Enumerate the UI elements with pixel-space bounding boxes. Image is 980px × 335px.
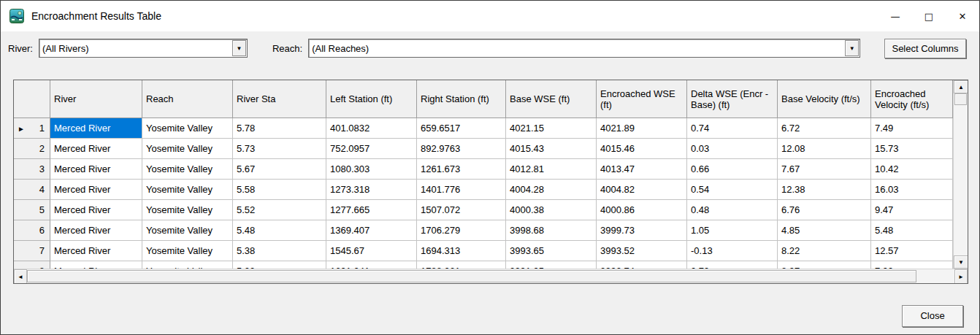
table-cell[interactable]: 8.22 (778, 241, 871, 261)
table-cell[interactable]: 0.48 (687, 200, 778, 220)
table-cell[interactable]: 6.76 (778, 200, 871, 220)
row-header[interactable]: 2 (14, 139, 50, 159)
table-cell[interactable]: 1601.041 (326, 261, 417, 269)
select-columns-button[interactable]: Select Columns (884, 39, 966, 58)
table-cell[interactable]: 3991.95 (506, 261, 597, 269)
table-cell[interactable]: 9.47 (871, 200, 953, 220)
table-cell[interactable]: 752.0957 (326, 139, 417, 159)
column-header[interactable]: Reach (142, 80, 233, 118)
vertical-scrollbar[interactable]: ▲ ▼ (953, 80, 968, 269)
table-cell[interactable]: 0.66 (687, 159, 778, 180)
table-cell[interactable]: 4000.86 (597, 200, 687, 220)
vertical-scrollbar-thumb[interactable] (954, 93, 967, 105)
table-cell[interactable]: 4004.28 (506, 180, 597, 200)
table-cell[interactable]: 0.54 (687, 180, 778, 200)
table-cell[interactable]: 8.97 (778, 261, 871, 269)
table-cell[interactable]: 3993.52 (597, 241, 687, 261)
scroll-down-button[interactable]: ▼ (954, 255, 968, 269)
table-cell[interactable]: 3999.73 (597, 220, 687, 241)
column-header[interactable]: Base Velocity (ft/s) (778, 80, 871, 118)
table-cell[interactable]: 4015.43 (506, 139, 597, 159)
scroll-right-button[interactable]: ► (954, 269, 968, 284)
table-cell[interactable]: 1694.313 (417, 241, 506, 261)
table-cell[interactable]: Merced River (50, 200, 142, 220)
table-cell[interactable]: 16.03 (871, 180, 953, 200)
column-header[interactable]: Encroached WSE (ft) (597, 80, 687, 118)
table-cell[interactable]: 5.73 (233, 139, 326, 159)
reach-dropdown[interactable]: (All Reaches) ▼ (308, 39, 860, 58)
table-cell[interactable]: Yosemite Valley (142, 261, 233, 269)
table-cell[interactable]: Merced River (50, 139, 142, 159)
table-cell[interactable]: 4015.46 (597, 139, 687, 159)
table-cell[interactable]: 4013.47 (597, 159, 687, 180)
table-cell[interactable]: Merced River (50, 241, 142, 261)
river-dropdown-button[interactable]: ▼ (232, 40, 246, 56)
table-cell[interactable]: 7.67 (778, 159, 871, 180)
table-cell[interactable]: Yosemite Valley (142, 180, 233, 200)
table-cell[interactable]: 5.48 (233, 220, 326, 241)
row-header[interactable]: 8 (14, 261, 50, 269)
table-cell[interactable]: 5.33 (233, 261, 326, 269)
horizontal-scrollbar[interactable]: ◄ ► (14, 269, 968, 283)
table-cell[interactable]: 7.49 (871, 118, 953, 139)
table-cell[interactable]: 4012.81 (506, 159, 597, 180)
column-header[interactable]: River Sta (233, 80, 326, 118)
column-header[interactable]: Right Station (ft) (417, 80, 506, 118)
table-cell[interactable]: 5.52 (233, 200, 326, 220)
table-cell[interactable]: 5.78 (233, 118, 326, 139)
horizontal-scrollbar-thumb[interactable] (27, 270, 916, 282)
table-cell[interactable]: 0.74 (687, 118, 778, 139)
table-cell[interactable]: 4.85 (778, 220, 871, 241)
maximize-button[interactable]: □ (912, 1, 946, 31)
scroll-left-button[interactable]: ◄ (14, 269, 27, 284)
table-cell[interactable]: Yosemite Valley (142, 220, 233, 241)
table-cell[interactable]: 7.99 (871, 261, 953, 269)
table-cell[interactable]: 12.57 (871, 241, 953, 261)
row-header[interactable]: 3 (14, 159, 50, 180)
table-cell[interactable]: 3993.65 (506, 241, 597, 261)
table-cell[interactable]: Merced River (50, 118, 142, 139)
column-header[interactable]: River (50, 80, 142, 118)
table-cell[interactable]: 1261.673 (417, 159, 506, 180)
table-cell[interactable]: 5.67 (233, 159, 326, 180)
table-cell[interactable]: 6.72 (778, 118, 871, 139)
row-header[interactable]: 4 (14, 180, 50, 200)
table-cell[interactable]: 1277.665 (326, 200, 417, 220)
row-header[interactable]: 6 (14, 220, 50, 241)
column-header[interactable]: Base WSE (ft) (506, 80, 597, 118)
table-cell[interactable]: Merced River (50, 261, 142, 269)
table-cell[interactable]: Merced River (50, 180, 142, 200)
horizontal-scrollbar-track[interactable] (916, 269, 954, 283)
table-cell[interactable]: 3992.74 (597, 261, 687, 269)
table-cell[interactable]: 4021.15 (506, 118, 597, 139)
table-cell[interactable]: 1.05 (687, 220, 778, 241)
table-cell[interactable]: Yosemite Valley (142, 200, 233, 220)
table-cell[interactable]: Yosemite Valley (142, 139, 233, 159)
table-cell[interactable]: 1788.061 (417, 261, 506, 269)
close-window-button[interactable]: ✕ (946, 1, 979, 31)
table-cell[interactable]: 401.0832 (326, 118, 417, 139)
table-cell[interactable]: 1401.776 (417, 180, 506, 200)
table-cell[interactable]: 1080.303 (326, 159, 417, 180)
table-cell[interactable]: 0.03 (687, 139, 778, 159)
table-cell[interactable]: -0.13 (687, 241, 778, 261)
table-cell[interactable]: 892.9763 (417, 139, 506, 159)
scroll-up-button[interactable]: ▲ (954, 80, 968, 93)
table-cell[interactable]: 1706.279 (417, 220, 506, 241)
minimize-button[interactable]: — (878, 1, 912, 31)
table-cell[interactable]: 3998.68 (506, 220, 597, 241)
row-header[interactable]: ►1 (14, 118, 50, 139)
table-cell[interactable]: 1369.407 (326, 220, 417, 241)
table-cell[interactable]: Merced River (50, 220, 142, 241)
table-cell[interactable]: 0.79 (687, 261, 778, 269)
table-cell[interactable]: 12.08 (778, 139, 871, 159)
table-cell[interactable]: 15.73 (871, 139, 953, 159)
header-corner-cell[interactable] (14, 80, 50, 118)
table-cell[interactable]: 1273.318 (326, 180, 417, 200)
table-cell[interactable]: Merced River (50, 159, 142, 180)
table-cell[interactable]: 4021.89 (597, 118, 687, 139)
column-header[interactable]: Encroached Velocity (ft/s) (871, 80, 953, 118)
table-cell[interactable]: 1545.67 (326, 241, 417, 261)
column-header[interactable]: Delta WSE (Encr - Base) (ft) (687, 80, 778, 118)
table-cell[interactable]: Yosemite Valley (142, 241, 233, 261)
